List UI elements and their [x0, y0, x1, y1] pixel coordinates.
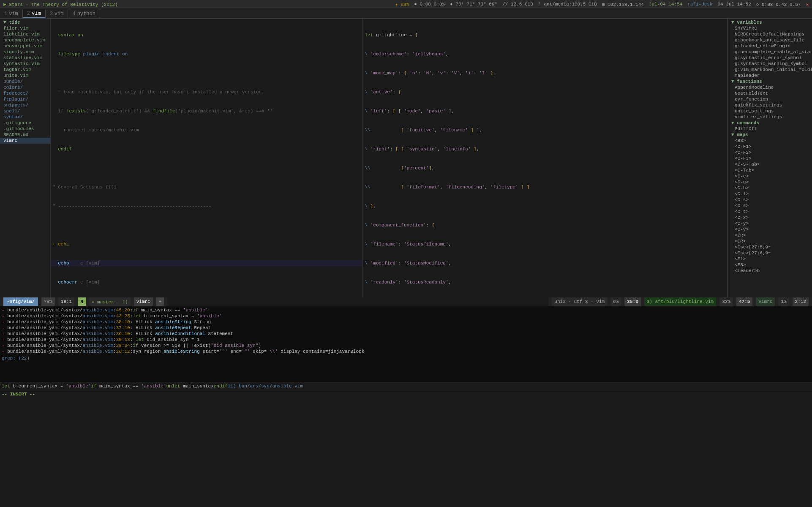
top-bar-close[interactable]: ✕: [806, 2, 809, 7]
sidebar-item-gitmodules[interactable]: .gitmodules: [0, 126, 50, 132]
top-bar-load: ◇ 0:08 0.42 0.57: [756, 2, 801, 7]
rsidebar-neocomplete[interactable]: g:neocomplete_enable_at_startup: [728, 49, 812, 55]
sidebar-item-lightline[interactable]: lightline.vim: [0, 31, 50, 37]
cmd-bar[interactable]: let b:current_syntax = 'ansible' if main…: [0, 382, 812, 390]
rsidebar-bookmark[interactable]: g:bookmark_auto_save_file: [728, 37, 812, 43]
grep-line-7: - bundle/ansible-yaml/syntax/ansible.vim…: [2, 343, 810, 349]
grep-line-8: - bundle/ansible-yaml/syntax/ansible.vim…: [2, 349, 810, 354]
top-bar-time1: ● 0:08 0:3%: [414, 2, 445, 7]
status-mode: ~nfig/vim/: [3, 297, 38, 306]
sidebar-item-statusline[interactable]: statusline.vim: [0, 55, 50, 61]
status-pos-pct: 6%: [610, 297, 621, 306]
rsidebar-eyr-function[interactable]: eyr_function: [728, 96, 812, 102]
pane1-content[interactable]: syntax on filetype plugin indent on " Lo…: [51, 19, 362, 297]
status-pane2-pct: 33%: [719, 297, 733, 306]
rsidebar-map-Cx[interactable]: <C-x>: [728, 215, 812, 221]
sidebar-item-spell[interactable]: spell/: [0, 108, 50, 114]
rsidebar-loaded-netrw[interactable]: g:loaded_netrwPlugin: [728, 43, 812, 49]
rsidebar-map-Cl[interactable]: <C-l>: [728, 191, 812, 197]
status-plus: +: [156, 297, 164, 306]
sidebar-item-filer[interactable]: filer.vim: [0, 25, 50, 31]
grep-line-5: - bundle/ansible-yaml/syntax/ansible.vim…: [2, 331, 810, 337]
status-pct: 78%: [41, 297, 55, 306]
sidebar-item-signify[interactable]: signify.vim: [0, 49, 50, 55]
rsidebar-map-Cg[interactable]: <C-g>: [728, 179, 812, 185]
code-area: syntax on filetype plugin indent on " Lo…: [51, 19, 812, 297]
tab-1[interactable]: 1 vim: [0, 9, 23, 18]
status-filename-1: vimrc: [134, 297, 153, 306]
rsidebar-syntastic-warn[interactable]: g:syntastic_warning_symbol: [728, 61, 812, 67]
rsidebar-mapleader[interactable]: mapleader: [728, 73, 812, 79]
rsidebar-map-Cs1[interactable]: <C-s>: [728, 197, 812, 203]
rsidebar-NeatFoldText[interactable]: NeatFoldText: [728, 90, 812, 96]
sidebar-item-gitignore[interactable]: .gitignore: [0, 120, 50, 126]
rsidebar-map-CF2[interactable]: <C-F2>: [728, 150, 812, 155]
sidebar-item-syntastic[interactable]: syntastic.vim: [0, 61, 50, 67]
sidebar-item-tagbar[interactable]: tagbar.vim: [0, 67, 50, 73]
rsidebar-GdiffOff[interactable]: GdiffOff: [728, 126, 812, 132]
tab-3[interactable]: 3 vim: [46, 9, 68, 18]
rsidebar-map-CF1[interactable]: <C-F1>: [728, 144, 812, 150]
rsidebar-map-F1[interactable]: <F1>: [728, 256, 812, 262]
rsidebar-map-Esc2[interactable]: <Esc>[27;6;9~: [728, 250, 812, 256]
sidebar-item-vimrc[interactable]: vimrc: [0, 138, 50, 144]
main-layout: ▼ tide filer.vim lightline.vim neocomple…: [0, 19, 812, 297]
grep-line-6: - bundle/ansible-yaml/syntax/ansible.vim…: [2, 337, 810, 343]
rsidebar-map-CStab[interactable]: <C-S-Tab>: [728, 161, 812, 167]
rsidebar-map-F8[interactable]: <F8>: [728, 262, 812, 268]
status-pos1: 35:3: [624, 297, 640, 306]
rsidebar-map-Cy1[interactable]: <C-y>: [728, 221, 812, 226]
top-bar-disk: ᚫ ant/media:100.5 GiB: [538, 2, 597, 7]
right-sidebar: ▼ variables $MYVIMRC NERDCreateDefaultMa…: [728, 19, 812, 297]
tab-2[interactable]: 2 vim: [23, 9, 46, 18]
rsidebar-commands-header: ▼ commands: [728, 120, 812, 126]
rsidebar-map-Ch[interactable]: <C-h>: [728, 185, 812, 191]
tab-4[interactable]: 4 python: [68, 9, 100, 18]
rsidebar-map-Ctab[interactable]: <C-Tab>: [728, 167, 812, 173]
rsidebar-map-Cy2[interactable]: <C-y>: [728, 226, 812, 232]
code-pane-1: syntax on filetype plugin indent on " Lo…: [51, 19, 363, 297]
pane2-content[interactable]: let g:lightline = { \ 'colorscheme': 'je…: [363, 19, 727, 297]
sidebar-item-bundle[interactable]: bundle/: [0, 79, 50, 84]
rsidebar-map-Ce[interactable]: <C-e>: [728, 173, 812, 179]
sidebar-item-snippets[interactable]: snippets/: [0, 102, 50, 108]
top-bar-host: rafi-desk: [687, 2, 712, 7]
rsidebar-unite-settings[interactable]: unite_settings: [728, 108, 812, 114]
top-bar-mem: // 12.6 GiB: [502, 2, 533, 7]
rsidebar-vimfiler-settings[interactable]: vimfiler_settings: [728, 114, 812, 120]
rsidebar-map-Ct[interactable]: <C-t>: [728, 209, 812, 215]
rsidebar-MYVIMRC[interactable]: $MYVIMRC: [728, 25, 812, 31]
sidebar-item-readme[interactable]: README.md: [0, 132, 50, 138]
rsidebar-map-leader-b[interactable]: <Leader>b: [728, 268, 812, 274]
sidebar-item-ftdetect[interactable]: ftdetect/: [0, 90, 50, 96]
status-right-file: vimrc: [756, 297, 775, 306]
sidebar-item-neosnippet[interactable]: neosnippet.vim: [0, 43, 50, 49]
rsidebar-map-CR2[interactable]: <CR>: [728, 238, 812, 244]
rsidebar-syntastic-err[interactable]: g:syntastic_error_symbol: [728, 55, 812, 61]
rsidebar-AppendModeline[interactable]: AppendModeline: [728, 84, 812, 90]
rsidebar-markdown-fold[interactable]: g:vim_markdown_initial_foldlevel: [728, 67, 812, 73]
grep-line-3: - bundle/ansible-yaml/syntax/ansible.vim…: [2, 319, 810, 325]
status-encoding: unix · utf-8 · vim: [552, 297, 607, 306]
rsidebar-map-Esc1[interactable]: <Esc>[27;5;9~: [728, 244, 812, 250]
sidebar-item-unite[interactable]: unite.vim: [0, 73, 50, 79]
cmd-line-1: let b:current_syntax = 'ansible': [2, 383, 91, 389]
rsidebar-map-Cs2[interactable]: <C-s>: [728, 203, 812, 209]
top-bar-ip: ⊞ 192.168.1.144: [602, 2, 644, 7]
sidebar-item-ftplugin[interactable]: ftplugin/: [0, 96, 50, 102]
rsidebar-nerdcreate[interactable]: NERDCreateDefaultMappings: [728, 31, 812, 37]
sidebar-header: ▼ tide: [0, 19, 50, 25]
rsidebar-map-CF3[interactable]: <C-F3>: [728, 155, 812, 161]
rsidebar-map-CR1[interactable]: <CR>: [728, 232, 812, 238]
sidebar-item-neocomplete[interactable]: neocomplete.vim: [0, 37, 50, 43]
grep-line-4: - bundle/ansible-yaml/syntax/ansible.vim…: [2, 325, 810, 331]
bottom-area: - bundle/ansible-yaml/syntax/ansible.vim…: [0, 306, 812, 382]
cmd-line-7: 11) bun/ans/syn/ansible.vim: [228, 383, 303, 389]
sidebar-item-syntax[interactable]: syntax/: [0, 114, 50, 120]
rsidebar-map-BS[interactable]: <BS>: [728, 138, 812, 144]
tab-bar: 1 vim 2 vim 3 vim 4 python: [0, 9, 812, 19]
top-bar-title: ► Stars - The Theory of Relativity (2012…: [3, 2, 118, 7]
status-right-pos: 2:12: [793, 297, 809, 306]
rsidebar-quickfix[interactable]: quickfix_settings: [728, 102, 812, 108]
sidebar-item-colors[interactable]: colors/: [0, 84, 50, 90]
